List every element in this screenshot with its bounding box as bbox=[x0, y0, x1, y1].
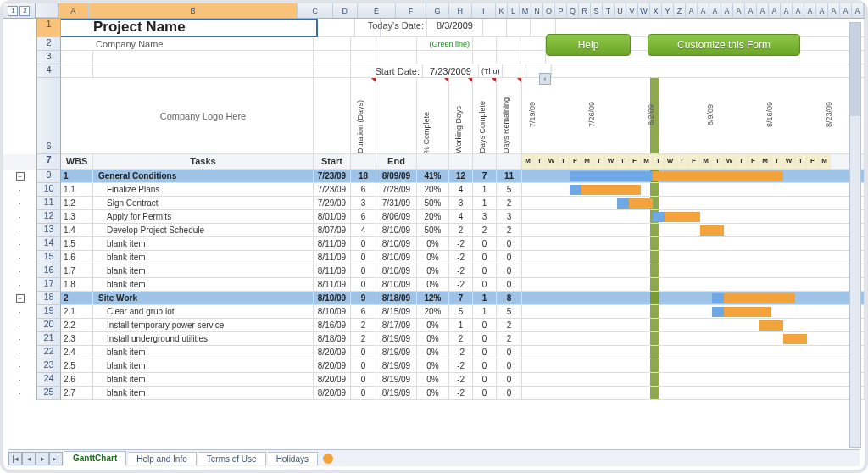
outline-dot[interactable]: · bbox=[3, 305, 37, 319]
cell-done[interactable]: 1 bbox=[473, 183, 497, 197]
cell-done[interactable]: 0 bbox=[473, 319, 497, 332]
row-20[interactable]: 20 bbox=[37, 319, 61, 332]
cell-remain[interactable]: 2 bbox=[497, 332, 522, 346]
cell-remain[interactable]: 0 bbox=[497, 387, 522, 400]
col-D[interactable]: D bbox=[333, 3, 358, 18]
cell-wbs[interactable]: 2.4 bbox=[61, 346, 93, 359]
outline-dot[interactable]: · bbox=[3, 237, 37, 251]
cell-start[interactable]: 7/23/09 bbox=[314, 170, 351, 183]
cell-remain[interactable]: 0 bbox=[497, 278, 522, 292]
cell-end[interactable]: 7/28/09 bbox=[376, 183, 417, 197]
cell-start[interactable]: 8/16/09 bbox=[314, 319, 351, 332]
cell-start[interactable]: 8/10/09 bbox=[314, 292, 351, 305]
cell-remain[interactable]: 0 bbox=[497, 264, 522, 278]
row-16[interactable]: 16 bbox=[37, 264, 61, 278]
cell-remain[interactable]: 0 bbox=[497, 251, 522, 264]
cell-wbs[interactable]: 2.3 bbox=[61, 332, 93, 346]
cell-task[interactable]: blank item bbox=[93, 251, 314, 264]
row-2[interactable]: 2 bbox=[37, 37, 61, 51]
col-C[interactable]: C bbox=[298, 3, 333, 18]
cell-pct[interactable]: 0% bbox=[417, 264, 449, 278]
row-3[interactable]: 3 bbox=[37, 51, 61, 64]
cell-task[interactable]: Install underground utilities bbox=[93, 332, 314, 346]
cell-working[interactable]: 1 bbox=[449, 319, 473, 332]
cell-duration[interactable]: 6 bbox=[351, 183, 376, 197]
cell-done[interactable]: 1 bbox=[473, 305, 497, 319]
cell-pct[interactable]: 20% bbox=[417, 183, 449, 197]
cell-done[interactable]: 0 bbox=[473, 387, 497, 400]
cell-wbs[interactable]: 1.4 bbox=[61, 224, 93, 237]
cell-wbs[interactable]: 1.2 bbox=[61, 197, 93, 210]
row-17[interactable]: 17 bbox=[37, 278, 61, 292]
cell-start[interactable]: 8/11/09 bbox=[314, 237, 351, 251]
cell-working[interactable]: -2 bbox=[449, 237, 473, 251]
cell-end[interactable]: 8/10/09 bbox=[376, 278, 417, 292]
row-18[interactable]: 18 bbox=[37, 292, 61, 305]
cell-task[interactable]: Develop Project Schedule bbox=[93, 224, 314, 237]
cell-end[interactable]: 8/19/09 bbox=[376, 359, 417, 373]
col-B[interactable]: B bbox=[89, 3, 298, 18]
cell-working[interactable]: 2 bbox=[449, 224, 473, 237]
cell-remain[interactable]: 0 bbox=[497, 237, 522, 251]
cell-pct[interactable]: 0% bbox=[417, 373, 449, 387]
cell-duration[interactable]: 0 bbox=[351, 264, 376, 278]
cell-pct[interactable]: 41% bbox=[417, 170, 449, 183]
row-12[interactable]: 12 bbox=[37, 210, 61, 224]
cell-pct[interactable]: 0% bbox=[417, 251, 449, 264]
cell-start[interactable]: 8/20/09 bbox=[314, 346, 351, 359]
row-14[interactable]: 14 bbox=[37, 237, 61, 251]
cell-duration[interactable]: 9 bbox=[351, 292, 376, 305]
cell-remain[interactable]: 0 bbox=[497, 346, 522, 359]
cell-working[interactable]: -2 bbox=[449, 373, 473, 387]
cell-working[interactable]: 3 bbox=[449, 197, 473, 210]
outline-dot[interactable]: · bbox=[3, 278, 37, 292]
outline-dot[interactable]: · bbox=[3, 251, 37, 264]
cell-pct[interactable]: 0% bbox=[417, 332, 449, 346]
cell-done[interactable]: 2 bbox=[473, 224, 497, 237]
row-6[interactable]: 6 bbox=[37, 78, 61, 154]
cell-pct[interactable]: 0% bbox=[417, 387, 449, 400]
project-name-cell[interactable]: Project Name bbox=[61, 19, 318, 37]
row-23[interactable]: 23 bbox=[37, 359, 61, 373]
cell-working[interactable]: -2 bbox=[449, 278, 473, 292]
help-button[interactable]: Help bbox=[546, 34, 631, 56]
cell-duration[interactable]: 18 bbox=[351, 170, 376, 183]
collapse-icon[interactable]: − bbox=[16, 294, 25, 303]
cell-task[interactable]: Finalize Plans bbox=[93, 183, 314, 197]
row-10[interactable]: 10 bbox=[37, 183, 61, 197]
cell-pct[interactable]: 50% bbox=[417, 197, 449, 210]
cell-done[interactable]: 0 bbox=[473, 359, 497, 373]
cell-remain[interactable]: 11 bbox=[497, 170, 522, 183]
gantt-scroll-left-icon[interactable]: ‹ bbox=[539, 73, 551, 85]
outline-dot[interactable]: · bbox=[3, 346, 37, 359]
cell-pct[interactable]: 0% bbox=[417, 237, 449, 251]
cell-end[interactable]: 8/15/09 bbox=[376, 305, 417, 319]
cell-remain[interactable]: 2 bbox=[497, 197, 522, 210]
tab-terms[interactable]: Terms of Use bbox=[198, 452, 266, 465]
outline-dot[interactable]: − bbox=[3, 292, 37, 305]
cell-task[interactable]: blank item bbox=[93, 278, 314, 292]
cell-pct[interactable]: 0% bbox=[417, 359, 449, 373]
col-H[interactable]: H bbox=[449, 3, 472, 18]
cell-start[interactable]: 8/20/09 bbox=[314, 359, 351, 373]
cell-working[interactable]: 4 bbox=[449, 183, 473, 197]
cell-done[interactable]: 0 bbox=[473, 346, 497, 359]
outline-dot[interactable]: · bbox=[3, 387, 37, 400]
cell-done[interactable]: 0 bbox=[473, 373, 497, 387]
row-19[interactable]: 19 bbox=[37, 305, 61, 319]
cell-start[interactable]: 8/07/09 bbox=[314, 224, 351, 237]
cell-working[interactable]: -2 bbox=[449, 264, 473, 278]
cell-working[interactable]: 2 bbox=[449, 332, 473, 346]
outline-dot[interactable]: · bbox=[3, 264, 37, 278]
cell-done[interactable]: 0 bbox=[473, 332, 497, 346]
cell-start[interactable]: 7/29/09 bbox=[314, 197, 351, 210]
outline-dot[interactable]: · bbox=[3, 373, 37, 387]
cell-wbs[interactable]: 1.1 bbox=[61, 183, 93, 197]
cell-duration[interactable]: 2 bbox=[351, 319, 376, 332]
cell-task[interactable]: blank item bbox=[93, 387, 314, 400]
outline-dot[interactable]: · bbox=[3, 197, 37, 210]
cell-remain[interactable]: 5 bbox=[497, 305, 522, 319]
outline-controls[interactable]: 12 bbox=[3, 3, 36, 18]
cell-task[interactable]: blank item bbox=[93, 346, 314, 359]
row-24[interactable]: 24 bbox=[37, 373, 61, 387]
